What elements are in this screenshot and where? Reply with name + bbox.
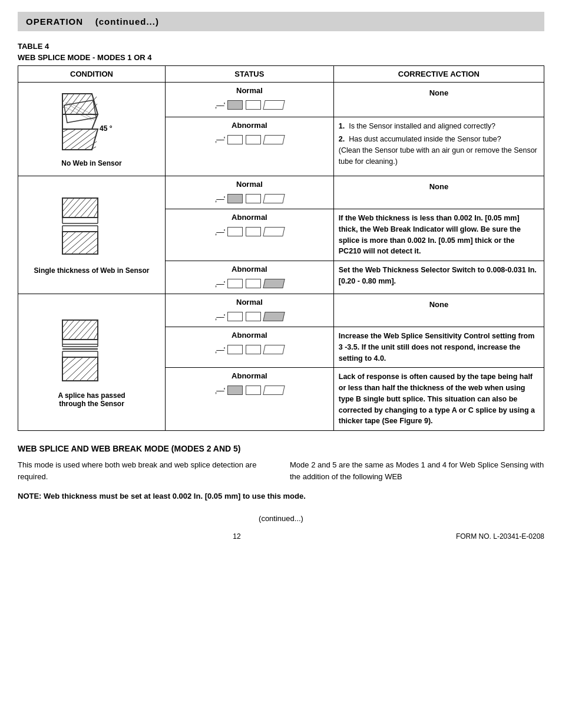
bottom-col2: Mode 2 and 5 are the same as Modes 1 and… bbox=[290, 459, 544, 482]
indicator-box-1 bbox=[227, 100, 243, 110]
condition-splice: A splice has passed through the Sensor bbox=[18, 294, 166, 431]
svg-text:45 °: 45 ° bbox=[100, 124, 113, 133]
svg-line-43 bbox=[64, 232, 90, 254]
action-none-label: None bbox=[339, 180, 539, 193]
coil-icon: ,––' bbox=[215, 135, 225, 144]
header-bar: OPERATION (continued...) bbox=[18, 12, 544, 31]
indicator-box-2 bbox=[246, 279, 261, 288]
coil-icon: ,––' bbox=[215, 101, 225, 110]
status-cell-normal-2: Normal ,––' bbox=[166, 176, 334, 209]
table-row: Single thickness of Web in Sensor Normal… bbox=[18, 176, 544, 209]
indicator-box-1 bbox=[227, 194, 243, 203]
action-none-label: None bbox=[339, 298, 539, 311]
table-label-line2: WEB SPLICE MODE - MODES 1 OR 4 bbox=[18, 53, 544, 62]
status-label: Abnormal bbox=[232, 213, 267, 222]
col-header-condition: CONDITION bbox=[18, 66, 166, 83]
indicator-box-2 bbox=[246, 386, 261, 395]
table-row: A splice has passed through the Sensor N… bbox=[18, 294, 544, 327]
svg-line-46 bbox=[85, 244, 98, 254]
action-text: Increase the Web Splice Sensitivity Cont… bbox=[339, 332, 534, 363]
coil-icon: ,––' bbox=[215, 228, 225, 236]
condition-single-thickness: Single thickness of Web in Sensor bbox=[18, 176, 166, 294]
indicator-box-2 bbox=[246, 345, 261, 354]
continued-label: (continued...) bbox=[18, 514, 544, 523]
cond-label-splice: A splice has passed through the Sensor bbox=[58, 391, 125, 408]
indicator-box-1 bbox=[227, 135, 243, 144]
status-diagram: ,––' bbox=[215, 312, 285, 321]
indicator-box-1 bbox=[227, 279, 243, 288]
svg-line-67 bbox=[62, 357, 76, 369]
bottom-section: WEB SPLICE AND WEB BREAK MODE (MODES 2 A… bbox=[18, 444, 544, 541]
svg-line-55 bbox=[87, 325, 98, 340]
col-header-action: CORRECTIVE ACTION bbox=[333, 66, 544, 83]
section-title: WEB SPLICE AND WEB BREAK MODE (MODES 2 A… bbox=[18, 444, 544, 453]
status-diagram: ,––' bbox=[215, 345, 285, 354]
svg-line-7 bbox=[62, 94, 74, 108]
svg-line-26 bbox=[62, 198, 74, 212]
table-label-line1: TABLE 4 bbox=[18, 42, 544, 51]
svg-line-41 bbox=[62, 232, 76, 243]
indicator-box-1 bbox=[227, 345, 243, 354]
status-diagram: ,––' bbox=[215, 194, 285, 203]
form-number: FORM NO. L-20341-E-0208 bbox=[456, 532, 544, 541]
status-diagram: ,––' bbox=[215, 135, 285, 144]
indicator-box-2 bbox=[246, 194, 261, 203]
condition-no-web: 45 ° bbox=[18, 83, 166, 176]
sensor-icon-splice bbox=[59, 317, 124, 388]
web-shape bbox=[263, 345, 285, 354]
web-shape bbox=[263, 312, 285, 321]
main-table: CONDITION STATUS CORRECTIVE ACTION 45 ° bbox=[18, 65, 544, 431]
action-cell-abnormal-3b: Lack of response is often caused by the … bbox=[333, 368, 544, 431]
svg-marker-48 bbox=[62, 320, 98, 340]
cond-label-single: Single thickness of Web in Sensor bbox=[34, 266, 150, 275]
svg-line-73 bbox=[94, 376, 98, 381]
two-col-description: This mode is used where both web break a… bbox=[18, 459, 544, 482]
svg-line-50 bbox=[62, 320, 74, 334]
sensor-icon-no-web: 45 ° bbox=[59, 91, 124, 156]
svg-line-3 bbox=[68, 103, 95, 116]
svg-line-17 bbox=[64, 129, 90, 150]
coil-icon: ,––' bbox=[215, 195, 225, 203]
svg-line-25 bbox=[62, 198, 68, 206]
web-shape bbox=[263, 100, 285, 110]
action-text: If the Web thickness is less than 0.002 … bbox=[339, 214, 521, 255]
indicator-box-1 bbox=[227, 227, 243, 236]
svg-line-20 bbox=[84, 141, 97, 150]
coil-icon: ,––' bbox=[215, 312, 225, 321]
status-cell-normal-1: Normal ,––' bbox=[166, 83, 334, 117]
svg-marker-65 bbox=[62, 357, 98, 381]
action-cell-abnormal-2a: If the Web thickness is less than 0.002 … bbox=[333, 209, 544, 261]
cond-label-no-web: No Web in Sensor bbox=[61, 159, 121, 167]
col-header-status: STATUS bbox=[166, 66, 334, 83]
svg-line-49 bbox=[62, 320, 68, 328]
status-diagram: ,––' bbox=[215, 100, 285, 110]
indicator-box-1 bbox=[227, 312, 243, 321]
action-cell-none-1: None bbox=[333, 83, 544, 117]
action-cell-none-2: None bbox=[333, 176, 544, 209]
svg-line-70 bbox=[72, 357, 97, 381]
svg-line-40 bbox=[62, 232, 68, 238]
status-label: Abnormal bbox=[232, 121, 267, 130]
page: OPERATION (continued...) TABLE 4 WEB SPL… bbox=[0, 0, 562, 728]
status-cell-abnormal-2a: Abnormal ,––' bbox=[166, 209, 334, 261]
svg-line-15 bbox=[62, 129, 76, 138]
status-diagram: ,––' bbox=[215, 279, 285, 288]
coil-icon: ,––' bbox=[215, 345, 225, 354]
action-none-label: None bbox=[339, 86, 539, 100]
status-diagram: ,––' bbox=[215, 386, 285, 395]
footer-row: 12 FORM NO. L-20341-E-0208 bbox=[18, 532, 544, 541]
svg-line-23 bbox=[92, 114, 98, 129]
status-cell-abnormal-2b: Abnormal ,––' bbox=[166, 261, 334, 294]
status-cell-normal-3: Normal ,––' bbox=[166, 294, 334, 327]
svg-line-56 bbox=[94, 332, 98, 340]
indicator-box-2 bbox=[246, 135, 261, 144]
svg-line-6 bbox=[62, 94, 68, 103]
status-label: Normal bbox=[236, 86, 263, 95]
status-label: Normal bbox=[236, 298, 263, 307]
svg-marker-24 bbox=[62, 198, 98, 218]
status-cell-abnormal-1: Abnormal ,––' bbox=[166, 117, 334, 176]
svg-line-44 bbox=[71, 232, 97, 254]
svg-line-66 bbox=[62, 357, 68, 363]
indicator-box-2 bbox=[246, 100, 261, 110]
status-label: Abnormal bbox=[232, 265, 267, 274]
